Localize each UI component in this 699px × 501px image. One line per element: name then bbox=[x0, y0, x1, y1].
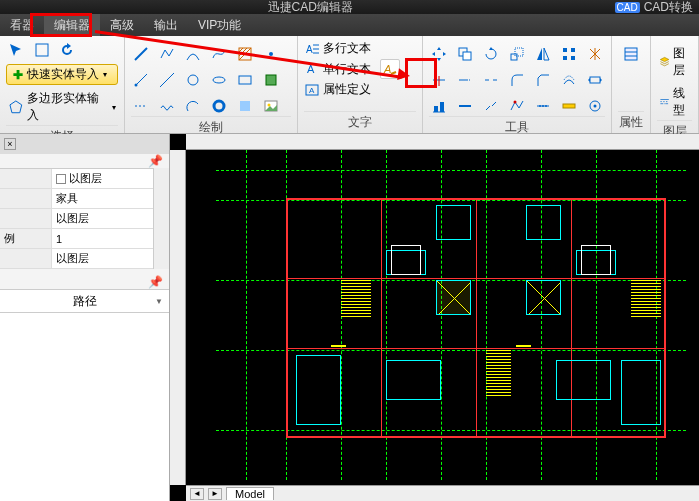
svg-rect-17 bbox=[240, 101, 250, 111]
polygon-input-button[interactable]: 多边形实体输入 ▾ bbox=[6, 89, 118, 125]
prop-row[interactable]: 例1 bbox=[0, 229, 153, 249]
ruler-vertical bbox=[170, 150, 186, 485]
titlebar: 迅捷CAD编辑器 CAD CAD转换 bbox=[0, 0, 699, 14]
pin-icon[interactable]: 📌 bbox=[148, 154, 163, 168]
polygon-input-label: 多边形实体输入 bbox=[27, 90, 109, 124]
ray-icon[interactable] bbox=[131, 70, 151, 90]
explode-icon[interactable] bbox=[585, 44, 605, 64]
mirror-icon[interactable] bbox=[533, 44, 553, 64]
construction-icon[interactable] bbox=[131, 96, 151, 116]
prop-row[interactable]: 家具 bbox=[0, 189, 153, 209]
extend-icon[interactable] bbox=[455, 70, 475, 90]
svg-rect-55 bbox=[625, 48, 637, 60]
statusbar: ◄ ► Model bbox=[186, 485, 699, 501]
join-icon[interactable] bbox=[481, 96, 501, 116]
path-column-header[interactable]: 路径 bbox=[0, 289, 169, 313]
select-window-icon[interactable] bbox=[32, 40, 52, 60]
svg-rect-0 bbox=[36, 44, 48, 56]
insert-block-icon[interactable] bbox=[261, 70, 281, 90]
menu-viewer[interactable]: 看器 bbox=[0, 14, 44, 36]
undo-icon[interactable] bbox=[58, 40, 78, 60]
layout-tab-model[interactable]: Model bbox=[226, 487, 274, 500]
ribbon-group-tools: 工具 bbox=[423, 36, 612, 133]
svg-line-4 bbox=[239, 48, 243, 52]
svg-text:A: A bbox=[306, 44, 313, 55]
svg-line-8 bbox=[136, 74, 147, 85]
arc-icon[interactable] bbox=[183, 44, 203, 64]
polyline-icon[interactable] bbox=[157, 44, 177, 64]
array-icon[interactable] bbox=[559, 44, 579, 64]
svg-rect-45 bbox=[440, 102, 444, 112]
cad-convert-label[interactable]: CAD转换 bbox=[644, 0, 693, 16]
menu-editor[interactable]: 编辑器 bbox=[44, 14, 100, 36]
quick-import-button[interactable]: ✚ 快速实体导入 ▾ bbox=[6, 64, 118, 85]
image-icon[interactable] bbox=[261, 96, 281, 116]
menubar: 看器 编辑器 高级 输出 VIP功能 bbox=[0, 14, 699, 36]
offset-icon[interactable] bbox=[559, 70, 579, 90]
select-icon[interactable] bbox=[6, 40, 26, 60]
svg-rect-30 bbox=[511, 54, 517, 60]
svg-rect-32 bbox=[563, 48, 567, 52]
rect-icon[interactable] bbox=[235, 70, 255, 90]
prop-row[interactable]: 以图层 bbox=[0, 209, 153, 229]
hatch-icon[interactable] bbox=[235, 44, 255, 64]
spline-icon[interactable] bbox=[209, 44, 229, 64]
prop-value: 1 bbox=[56, 233, 62, 245]
scale-icon[interactable] bbox=[507, 44, 527, 64]
rotate-icon[interactable] bbox=[481, 44, 501, 64]
lengthen-icon[interactable] bbox=[455, 96, 475, 116]
circle-icon[interactable] bbox=[183, 70, 203, 90]
snap-icon[interactable] bbox=[585, 96, 605, 116]
stretch-icon[interactable] bbox=[585, 70, 605, 90]
tab-next-button[interactable]: ► bbox=[208, 488, 222, 500]
divide-icon[interactable] bbox=[533, 96, 553, 116]
menu-output[interactable]: 输出 bbox=[144, 14, 188, 36]
fillet-icon[interactable] bbox=[507, 70, 527, 90]
layer-manager-button[interactable]: 图层 bbox=[657, 44, 692, 80]
line-icon[interactable] bbox=[131, 44, 151, 64]
svg-point-50 bbox=[542, 105, 544, 107]
menu-vip[interactable]: VIP功能 bbox=[188, 14, 251, 36]
svg-point-9 bbox=[135, 84, 138, 87]
arc3-icon[interactable] bbox=[183, 96, 203, 116]
region-icon[interactable] bbox=[235, 96, 255, 116]
attrdef-button[interactable]: 属性定义 bbox=[323, 81, 371, 98]
properties-icon[interactable] bbox=[621, 44, 641, 64]
checkbox-icon[interactable] bbox=[56, 174, 66, 184]
svg-rect-34 bbox=[563, 56, 567, 60]
copy-icon[interactable] bbox=[455, 44, 475, 64]
linetype-label: 线型 bbox=[673, 85, 690, 119]
prop-row[interactable]: 以图层 bbox=[0, 169, 153, 189]
scrollbar-vertical[interactable] bbox=[153, 168, 169, 269]
text-style-button[interactable]: A bbox=[380, 59, 400, 79]
prop-row[interactable]: 以图层 bbox=[0, 249, 153, 269]
chamfer-icon[interactable] bbox=[533, 70, 553, 90]
mtext-button[interactable]: 多行文本 bbox=[323, 40, 371, 57]
measure-icon[interactable] bbox=[559, 96, 579, 116]
xline-icon[interactable] bbox=[157, 70, 177, 90]
ribbon-group-props: 属性 bbox=[612, 36, 651, 133]
move-icon[interactable] bbox=[429, 44, 449, 64]
trim-icon[interactable] bbox=[429, 70, 449, 90]
ellipse-icon[interactable] bbox=[209, 70, 229, 90]
svg-rect-31 bbox=[515, 48, 523, 56]
text-button[interactable]: 单行文本 bbox=[323, 61, 371, 78]
chevron-down-icon: ▾ bbox=[112, 103, 116, 112]
svg-line-61 bbox=[437, 281, 470, 314]
pin-icon[interactable]: 📌 bbox=[148, 275, 163, 289]
freehand-icon[interactable] bbox=[157, 96, 177, 116]
tab-prev-button[interactable]: ◄ bbox=[190, 488, 204, 500]
svg-line-63 bbox=[527, 281, 560, 314]
cad-canvas[interactable] bbox=[186, 150, 699, 485]
break-icon[interactable] bbox=[481, 70, 501, 90]
svg-text:A: A bbox=[309, 86, 315, 95]
align-icon[interactable] bbox=[429, 96, 449, 116]
svg-line-5 bbox=[239, 48, 247, 56]
point-icon[interactable] bbox=[261, 44, 281, 64]
svg-point-12 bbox=[213, 77, 225, 83]
donut-icon[interactable] bbox=[209, 96, 229, 116]
panel-close-button[interactable]: × bbox=[4, 138, 16, 150]
menu-advanced[interactable]: 高级 bbox=[100, 14, 144, 36]
linetype-button[interactable]: 线型 bbox=[657, 84, 692, 120]
edit-poly-icon[interactable] bbox=[507, 96, 527, 116]
